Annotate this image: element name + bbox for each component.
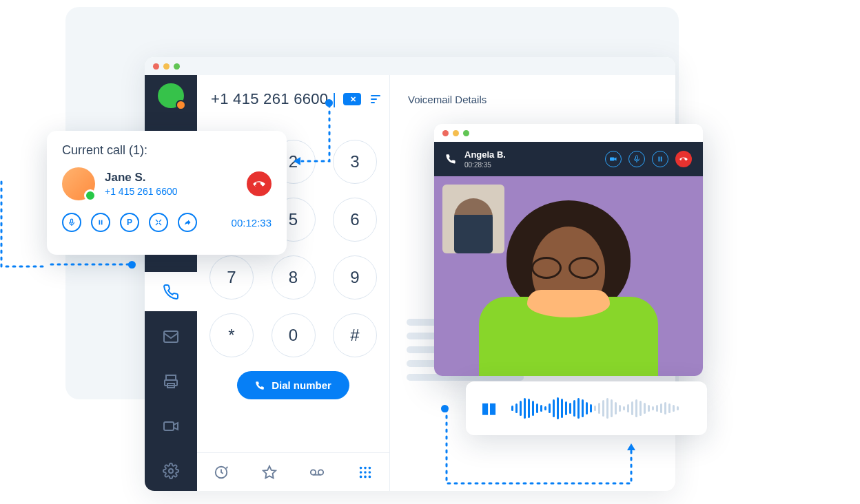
expand-icon: [154, 218, 163, 227]
dial-number-button[interactable]: Dial number: [237, 371, 349, 399]
key-0[interactable]: 0: [272, 313, 316, 357]
svg-point-11: [360, 466, 362, 469]
merge-button[interactable]: [149, 213, 168, 232]
hangup-button[interactable]: [247, 171, 272, 196]
user-avatar[interactable]: [158, 83, 184, 108]
dial-menu-button[interactable]: [371, 93, 380, 105]
video-titlebar: [434, 124, 703, 142]
key-7[interactable]: 7: [209, 255, 254, 300]
mute-button[interactable]: [62, 213, 81, 232]
svg-point-9: [318, 470, 323, 474]
key-8[interactable]: 8: [272, 255, 316, 300]
window-titlebar: [145, 57, 675, 75]
park-button[interactable]: P: [120, 213, 139, 232]
key-9[interactable]: 9: [333, 255, 377, 300]
nav-video[interactable]: [145, 407, 197, 446]
vw-close[interactable]: [442, 130, 449, 136]
caller-avatar: [62, 167, 95, 200]
svg-rect-24: [636, 156, 638, 160]
video-toggle-button[interactable]: [605, 151, 622, 167]
svg-rect-0: [164, 331, 178, 342]
svg-point-18: [364, 475, 367, 478]
remote-video-person: [489, 200, 648, 376]
video-icon: [163, 418, 179, 434]
video-feed: [434, 176, 703, 376]
video-hold-button[interactable]: [652, 151, 668, 167]
key-3[interactable]: 3: [333, 140, 377, 184]
svg-rect-20: [71, 219, 73, 223]
svg-point-14: [360, 471, 362, 474]
nav-fax[interactable]: [145, 362, 197, 401]
current-call-card: Current call (1): Jane S. +1 415 261 660…: [47, 131, 287, 255]
dial-input-row: +1 415 261 6600 | ✕: [197, 75, 389, 119]
win-min-dot[interactable]: [163, 63, 170, 70]
svg-rect-1: [166, 375, 176, 380]
nav-phone[interactable]: [145, 272, 197, 311]
caller-name: Jane S.: [105, 171, 178, 185]
hangup-icon: [679, 155, 688, 163]
video-timer: 00:28:35: [464, 161, 506, 169]
svg-point-16: [369, 471, 371, 474]
video-mute-button[interactable]: [628, 151, 645, 167]
video-icon: [609, 155, 617, 163]
svg-rect-26: [661, 157, 662, 162]
nav-settings[interactable]: [145, 452, 197, 491]
phone-icon: [255, 381, 265, 390]
mail-icon: [163, 328, 179, 345]
video-peer-name: Angela B.: [464, 149, 506, 160]
hangup-icon: [253, 178, 265, 190]
arrow-to-call-card: [0, 180, 48, 270]
fax-icon: [163, 373, 179, 390]
keypad-icon: [358, 465, 373, 480]
tab-favorites[interactable]: [262, 465, 277, 480]
tab-recent[interactable]: [214, 465, 229, 480]
star-icon: [262, 465, 277, 480]
svg-point-15: [364, 471, 367, 474]
key-hash[interactable]: #: [333, 313, 377, 357]
svg-point-13: [369, 466, 371, 469]
backspace-button[interactable]: ✕: [343, 93, 361, 105]
svg-point-17: [360, 475, 362, 478]
history-icon: [214, 465, 229, 480]
svg-point-19: [369, 475, 371, 478]
video-hangup-button[interactable]: [675, 151, 692, 167]
svg-rect-22: [101, 220, 103, 225]
key-star[interactable]: *: [209, 313, 254, 357]
transfer-button[interactable]: [178, 213, 197, 232]
video-toolbar: Angela B. 00:28:35: [434, 142, 703, 176]
svg-rect-25: [659, 157, 660, 162]
self-video-pip[interactable]: [442, 185, 504, 253]
voicemail-icon: [309, 465, 325, 480]
phone-icon: [163, 284, 179, 300]
video-call-window: Angela B. 00:28:35: [434, 124, 703, 376]
arrow-to-audio: [445, 408, 638, 490]
svg-point-8: [311, 470, 316, 474]
tab-keypad[interactable]: [358, 465, 373, 480]
key-6[interactable]: 6: [333, 198, 377, 242]
current-call-title: Current call (1):: [62, 143, 272, 158]
svg-rect-4: [164, 422, 174, 430]
arrow-dot: [128, 261, 136, 269]
win-max-dot[interactable]: [174, 63, 180, 70]
svg-rect-23: [610, 158, 615, 161]
mic-icon: [68, 218, 76, 227]
win-close-dot[interactable]: [153, 63, 159, 70]
forward-icon: [183, 218, 192, 227]
voicemail-details-header: Voicemail Details: [390, 75, 675, 123]
dial-cursor: |: [332, 90, 336, 108]
pause-icon: [97, 219, 104, 226]
arrow-head-up: [627, 443, 635, 450]
nav-messages[interactable]: [145, 317, 197, 356]
vw-min[interactable]: [453, 130, 459, 136]
pause-icon: [656, 155, 664, 163]
svg-rect-21: [99, 220, 101, 225]
mic-icon: [633, 155, 641, 163]
hold-button[interactable]: [91, 213, 110, 232]
call-timer: 00:12:33: [232, 217, 272, 229]
tab-voicemail[interactable]: [309, 465, 325, 480]
vw-max[interactable]: [463, 130, 469, 136]
arrow-to-dialer: [298, 103, 332, 165]
arrow-to-sidebar: [50, 260, 138, 269]
arrow-head-left: [294, 157, 300, 165]
dial-button-label: Dial number: [272, 379, 331, 391]
